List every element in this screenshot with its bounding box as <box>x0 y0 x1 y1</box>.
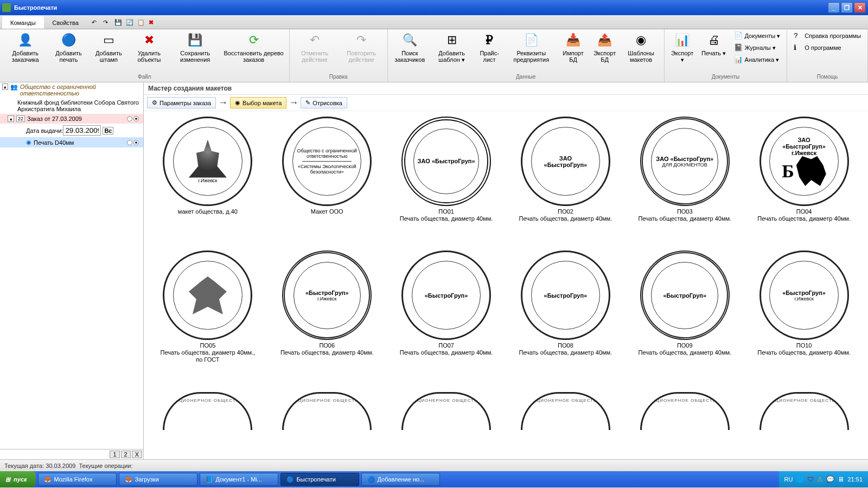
save-icon[interactable]: 💾 <box>114 19 124 29</box>
view-tab-x[interactable]: X <box>132 451 142 458</box>
tab-commands[interactable]: Команды <box>2 16 44 29</box>
analytics-menu[interactable]: 📊Аналитика ▾ <box>733 54 782 65</box>
tree-stamp-item[interactable]: ◉ Печать D40мм <box>0 137 143 147</box>
company-details-button[interactable]: 📄Реквизиты предприятия <box>505 30 557 72</box>
export-button[interactable]: 📊Экспорт ▾ <box>667 30 698 72</box>
radio-on[interactable] <box>133 116 139 121</box>
app-icon <box>2 3 11 12</box>
template-item[interactable]: «БыстроГруп»ПО08Печать общества, диаметр… <box>508 251 623 385</box>
template-add-icon: ⊞ <box>443 31 461 49</box>
add-seal-button[interactable]: 🔵Добавить печать <box>49 30 89 72</box>
docs-icon: 📄 <box>734 31 743 40</box>
tree-order[interactable]: ▴ 22 Заказ от 27.03.2009 <box>0 114 143 124</box>
template-item-partial[interactable]: АКЦИОНЕРНОЕ ОБЩЕСТВО <box>389 392 504 454</box>
collapse-icon[interactable]: ▴ <box>8 115 14 122</box>
tray-icon[interactable]: 🌐 <box>796 476 804 483</box>
app-icon: 🔵 <box>367 476 375 483</box>
printer-icon: 🖨 <box>705 31 723 49</box>
template-gallery: г.Ижевскмакет общества, д.40Общество с о… <box>144 111 868 459</box>
lang-indicator[interactable]: RU <box>784 476 793 483</box>
step-render[interactable]: ✎Отрисовка <box>301 97 347 108</box>
documents-menu[interactable]: 📄Документы ▾ <box>733 30 782 41</box>
calendar-icon: 22 <box>16 115 25 122</box>
minimize-button[interactable]: _ <box>828 2 840 13</box>
view-tab-1[interactable]: 1 <box>110 451 119 458</box>
add-stamp-button[interactable]: ▭Добавить штамп <box>89 30 129 72</box>
template-item[interactable]: г.Ижевскмакет общества, д.40 <box>150 117 265 244</box>
undo-icon[interactable]: ↶ <box>92 19 101 29</box>
add-template-button[interactable]: ⊞Добавить шаблон ▾ <box>430 30 474 72</box>
step-order-params[interactable]: ⚙Параметры заказа <box>147 97 216 108</box>
template-item[interactable]: «БыстроГруп»ПО09Печать общества, диаметр… <box>627 251 742 385</box>
tray-icon[interactable]: 💬 <box>826 476 834 483</box>
weekday-label: Вс <box>103 127 113 134</box>
issue-date-input[interactable] <box>63 125 101 136</box>
restore-tree-button[interactable]: ⟳Восстановить дерево заказов <box>221 30 287 72</box>
taskbar-task[interactable]: 🦊Mozilla Firefox <box>38 473 117 486</box>
taskbar-task[interactable]: 🔵Добавление но... <box>361 473 440 486</box>
chart-icon: 📊 <box>734 55 743 64</box>
tray-icon[interactable]: ⚠ <box>817 476 823 483</box>
taskbar-task[interactable]: 🔵Быстропечати <box>280 473 359 486</box>
print-button[interactable]: 🖨Печать ▾ <box>698 30 730 72</box>
template-item[interactable]: ЗАО «БыстроГруп»ПО01Печать общества, диа… <box>389 117 504 244</box>
template-item[interactable]: ЗАО «БыстроГруп» г.ИжевскБПО04Печать общ… <box>746 117 861 244</box>
search-customers-button[interactable]: 🔍Поиск заказчиков <box>390 30 430 72</box>
template-item[interactable]: Общество с ограниченной ответственностью… <box>270 117 385 244</box>
collapse-icon[interactable]: ▴ <box>2 84 8 90</box>
delete-objects-button[interactable]: ✖Удалить объекты <box>129 30 170 72</box>
tray-icon[interactable]: 🖥 <box>838 476 844 483</box>
layout-templates-button[interactable]: ◉Шаблоны макетов <box>621 30 662 72</box>
template-item[interactable]: «БыстроГруп»г.ИжевскПО06Печать общества,… <box>270 251 385 385</box>
undo-button[interactable]: ↶Отменить действие <box>292 30 338 72</box>
add-customer-button[interactable]: 👤Добавить заказчика <box>2 30 49 72</box>
redo-icon[interactable]: ↷ <box>103 19 113 29</box>
maximize-button[interactable]: ❐ <box>841 2 853 13</box>
tab-properties[interactable]: Свойства <box>45 17 86 29</box>
radio-off[interactable] <box>127 140 132 145</box>
org-icon: 👥 <box>10 84 18 91</box>
template-item-partial[interactable]: АКЦИОНЕРНОЕ ОБЩЕСТВО <box>508 392 623 454</box>
radio-on[interactable] <box>133 140 139 145</box>
template-item[interactable]: ПО05Печать общества, диаметр 40мм., по Г… <box>150 251 265 385</box>
template-item-partial[interactable]: АКЦИОНЕРНОЕ ОБЩЕСТВО <box>270 392 385 454</box>
ribbon-group-file: 👤Добавить заказчика 🔵Добавить печать ▭До… <box>0 29 290 82</box>
step-choose-layout[interactable]: ◉Выбор макета <box>230 97 286 108</box>
content-area: Мастер создания макетов ⚙Параметры заказ… <box>144 82 868 459</box>
save-changes-button[interactable]: 💾Сохранить изменения <box>170 30 221 72</box>
journals-menu[interactable]: 📓Журналы ▾ <box>733 42 782 53</box>
help-button[interactable]: ?Справка программы <box>793 30 862 41</box>
app-icon: 🦊 <box>125 476 132 483</box>
radio-off[interactable] <box>127 116 132 121</box>
person-add-icon: 👤 <box>17 31 34 49</box>
tree-sub[interactable]: Книжный фонд библиотеки Собора Святого А… <box>0 98 143 114</box>
template-item-partial[interactable]: АКЦИОНЕРНОЕ ОБЩЕСТВО <box>150 392 265 454</box>
search-icon: 🔍 <box>401 31 418 49</box>
start-button[interactable]: ⊞пуск <box>0 471 36 487</box>
tree-root[interactable]: ▴ 👥 Общество с ограниченной ответственно… <box>0 82 143 98</box>
template-item[interactable]: «БыстроГруп»ПО07Печать общества, диаметр… <box>389 251 504 385</box>
export-db-button[interactable]: 📤Экспорт БД <box>589 30 621 72</box>
view-tab-2[interactable]: 2 <box>121 451 131 458</box>
import-db-button[interactable]: 📥Импорт БД <box>558 30 589 72</box>
clock[interactable]: 21:51 <box>847 476 863 483</box>
about-button[interactable]: ℹО программе <box>793 42 862 53</box>
template-item[interactable]: ЗАО «БыстроГруп»ПО02Печать общества, диа… <box>508 117 623 244</box>
content-title: Мастер создания макетов <box>144 82 868 95</box>
delete-icon[interactable]: ✖ <box>149 19 158 29</box>
quick-access-toolbar: ↶ ↷ 💾 🔄 📋 ✖ <box>92 19 158 29</box>
taskbar-task[interactable]: 🦊Загрузки <box>119 473 197 486</box>
refresh-icon[interactable]: 🔄 <box>126 19 136 29</box>
tray-icon[interactable]: 🛡 <box>807 476 814 483</box>
template-item-partial[interactable]: АКЦИОНЕРНОЕ ОБЩЕСТВО <box>627 392 742 454</box>
taskbar-task[interactable]: 📘Документ1 - Mi... <box>200 473 278 486</box>
price-list-button[interactable]: ₽Прайс- лист <box>474 30 505 72</box>
form-icon[interactable]: 📋 <box>137 19 147 29</box>
template-item-partial[interactable]: АКЦИОНЕРНОЕ ОБЩЕСТВО <box>746 392 861 454</box>
template-item[interactable]: ЗАО «БыстроГруп»ДЛЯ ДОКУМЕНТОВПО03Печать… <box>627 117 742 244</box>
close-button[interactable]: ✕ <box>854 2 866 13</box>
template-item[interactable]: «БыстроГруп»г.ИжевскПО10Печать общества,… <box>746 251 861 385</box>
restore-icon: ⟳ <box>245 31 263 49</box>
redo-button[interactable]: ↷Повторить действие <box>337 30 385 72</box>
app-icon: 🦊 <box>44 476 52 483</box>
